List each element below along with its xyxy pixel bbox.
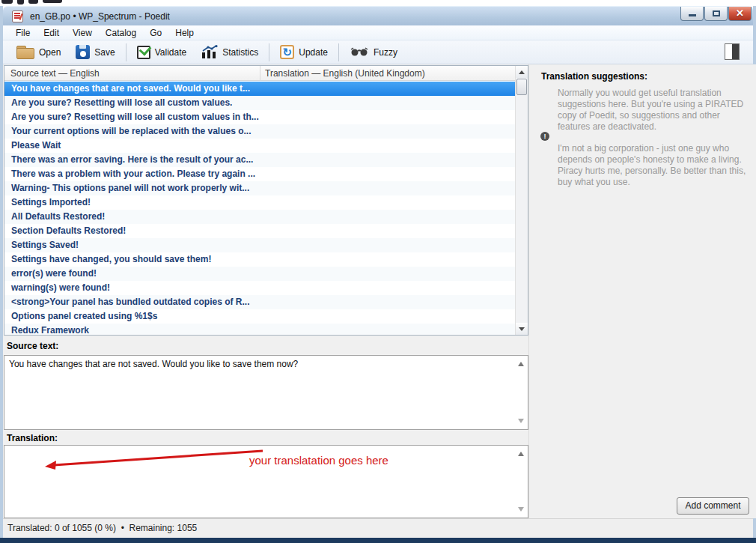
background-text-fragment: [0, 0, 82, 6]
list-row[interactable]: Are you sure? Resetting will lose all cu…: [4, 96, 515, 110]
row-source-text: All Defaults Restored!: [11, 211, 105, 222]
suggestions-sidebar: Translation suggestions: Normally you wo…: [528, 64, 756, 518]
row-source-text: Redux Framework: [11, 325, 89, 335]
menu-catalog[interactable]: Catalog: [99, 25, 143, 40]
list-row[interactable]: There was an error saving. Here is the r…: [4, 153, 515, 167]
title-bar[interactable]: en_GB.po • WP_Spectrum - Poedit ✕: [3, 6, 753, 25]
list-row[interactable]: There was a problem with your action. Pl…: [4, 167, 515, 181]
close-icon: ✕: [729, 7, 751, 19]
open-button[interactable]: Open: [9, 42, 68, 63]
column-source-header[interactable]: Source text — English: [10, 68, 100, 79]
suggestions-paragraph: Normally you would get useful translatio…: [558, 88, 746, 133]
menu-help[interactable]: Help: [168, 25, 201, 40]
validate-button[interactable]: Validate: [129, 42, 194, 63]
menu-edit[interactable]: Edit: [37, 25, 66, 40]
scroll-up-button[interactable]: [516, 66, 528, 78]
red-arrow-annotation: [34, 446, 274, 476]
row-source-text: Are you sure? Resetting will lose all cu…: [11, 112, 259, 122]
list-row[interactable]: Settings have changed, you should save t…: [4, 252, 515, 267]
exclamation-circle-icon: !: [540, 132, 549, 141]
list-header: Source text — English Translation — Engl…: [4, 66, 515, 81]
validate-label: Validate: [155, 47, 186, 58]
window-title: en_GB.po • WP_Spectrum - Poedit: [30, 11, 170, 22]
scroll-up-icon[interactable]: [518, 452, 524, 456]
toolbar-separator: [269, 43, 269, 61]
save-button[interactable]: Save: [68, 42, 122, 63]
source-text-box[interactable]: You have changes that are not saved. Wou…: [4, 355, 528, 430]
source-text-content: You have changes that are not saved. Wou…: [9, 359, 298, 370]
close-button[interactable]: ✕: [728, 7, 752, 21]
menu-bar: File Edit View Catalog Go Help: [3, 25, 753, 40]
poedit-app-icon: [12, 10, 23, 22]
row-source-text: error(s) were found!: [11, 268, 97, 279]
annotation-text: your translatation goes here: [249, 454, 388, 467]
suggestions-paragraph: I'm not a big corporation - just one guy…: [558, 143, 746, 188]
update-refresh-icon: [280, 45, 294, 59]
list-rows: You have changes that are not saved. Wou…: [4, 82, 515, 335]
list-row[interactable]: Redux Framework: [4, 324, 515, 335]
save-icon: [76, 45, 90, 59]
list-row[interactable]: Your current options will be replaced wi…: [4, 124, 515, 139]
row-source-text: Are you sure? Resetting will lose all cu…: [11, 97, 232, 108]
menu-view[interactable]: View: [66, 25, 99, 40]
add-comment-button[interactable]: Add comment: [677, 497, 749, 515]
list-scrollbar[interactable]: [515, 66, 528, 335]
sidebar-toggle-icon[interactable]: [725, 43, 740, 60]
update-label: Update: [299, 47, 328, 58]
scroll-down-icon[interactable]: [518, 419, 524, 423]
fuzzy-button[interactable]: Fuzzy: [342, 42, 405, 63]
toolbar-separator: [126, 43, 126, 61]
row-source-text: Settings have changed, you should save t…: [11, 254, 211, 264]
list-row[interactable]: You have changes that are not saved. Wou…: [4, 82, 515, 96]
maximize-icon: [713, 10, 720, 16]
open-label: Open: [39, 47, 61, 58]
suggestions-title: Translation suggestions:: [541, 71, 647, 82]
translation-list: Source text — English Translation — Engl…: [4, 65, 528, 336]
menu-file[interactable]: File: [9, 25, 37, 40]
scroll-down-icon[interactable]: [518, 507, 524, 512]
list-row[interactable]: Please Wait: [4, 139, 515, 153]
arrow-up-icon: [519, 70, 525, 74]
row-source-text: You have changes that are not saved. Wou…: [11, 83, 250, 94]
row-source-text: Settings Saved!: [11, 240, 79, 250]
save-label: Save: [94, 47, 115, 58]
update-button[interactable]: Update: [272, 42, 335, 63]
statistics-label: Statistics: [222, 47, 258, 58]
fuzzy-label: Fuzzy: [374, 47, 397, 58]
list-row[interactable]: warning(s) were found!: [4, 281, 515, 295]
menu-go[interactable]: Go: [143, 25, 168, 40]
toolbar: Open Save Validate Statistics Update: [3, 40, 753, 64]
scroll-up-icon[interactable]: [518, 362, 524, 366]
scroll-down-button[interactable]: [516, 323, 528, 335]
scrollbar-thumb[interactable]: [516, 79, 527, 95]
fuzzy-glasses-icon: [350, 47, 369, 57]
window-controls: ✕: [680, 7, 752, 21]
row-source-text: Settings Imported!: [11, 197, 91, 207]
column-divider[interactable]: [260, 66, 260, 81]
source-text-label: Source text:: [7, 341, 58, 351]
list-row[interactable]: Section Defaults Restored!: [4, 224, 515, 238]
list-row[interactable]: error(s) were found!: [4, 267, 515, 281]
row-source-text: Options panel created using %1$s: [11, 311, 157, 321]
row-source-text: There was an error saving. Here is the r…: [11, 154, 253, 165]
column-translation-header[interactable]: Translation — English (United Kingdom): [265, 68, 425, 79]
statistics-button[interactable]: Statistics: [194, 42, 266, 63]
list-row[interactable]: Settings Imported!: [4, 195, 515, 210]
status-bar: Translated: 0 of 1055 (0 %) • Remaining:…: [3, 518, 753, 538]
minimize-button[interactable]: [680, 7, 704, 21]
row-source-text: There was a problem with your action. Pl…: [11, 169, 255, 179]
maximize-button[interactable]: [704, 7, 728, 21]
toolbar-separator: [338, 43, 339, 61]
row-source-text: <strong>Your panel has bundled outdated …: [11, 297, 249, 307]
list-row[interactable]: Are you sure? Resetting will lose all cu…: [4, 110, 515, 124]
list-row[interactable]: Warning- This options panel will not wor…: [4, 181, 515, 195]
translation-label: Translation:: [7, 433, 58, 443]
statistics-chart-icon: [201, 45, 218, 59]
row-source-text: Warning- This options panel will not wor…: [11, 183, 249, 193]
list-row[interactable]: All Defaults Restored!: [4, 210, 515, 224]
list-row[interactable]: Options panel created using %1$s: [4, 309, 515, 324]
row-source-text: Your current options will be replaced wi…: [11, 126, 252, 136]
translation-input-box[interactable]: your translatation goes here: [4, 445, 528, 518]
list-row[interactable]: Settings Saved!: [4, 238, 515, 252]
list-row[interactable]: <strong>Your panel has bundled outdated …: [4, 295, 515, 309]
